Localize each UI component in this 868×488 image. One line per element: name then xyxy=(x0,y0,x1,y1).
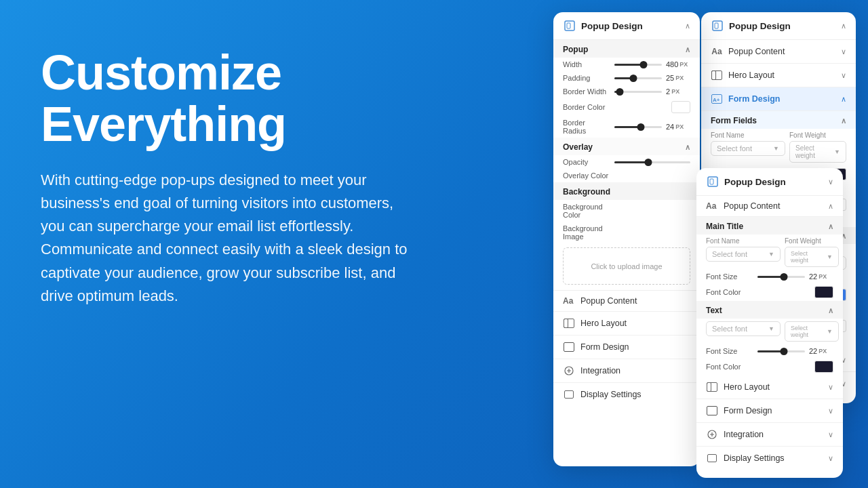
panel-mid-header[interactable]: Popup Design ∧ xyxy=(553,12,700,40)
main-title-color-row: Font Color xyxy=(696,283,843,301)
front-hero-layout[interactable]: Hero Layout ∨ xyxy=(696,375,843,399)
hero-title-line1: Customize xyxy=(41,45,281,100)
popup-section-title: Popup ∧ xyxy=(553,40,700,58)
form-design-sidebar: Form Design xyxy=(580,342,629,352)
border-radius-row: Border Radius 24 PX xyxy=(553,116,700,138)
front-form-design-chevron: ∨ xyxy=(828,407,833,415)
form-fields-title: Form Fields ∧ xyxy=(701,111,856,129)
font-weight-select[interactable]: Select weight ▼ xyxy=(789,141,846,163)
upload-box[interactable]: Click to upload image xyxy=(563,247,690,285)
overlay-label: Overlay xyxy=(563,142,593,152)
border-color-row: Border Color xyxy=(553,98,700,116)
front-integration-label: Integration xyxy=(724,430,764,439)
sidebar-integration[interactable]: Integration xyxy=(553,359,700,383)
svg-rect-18 xyxy=(707,383,711,392)
front-display-settings-label: Display Settings xyxy=(724,453,785,463)
border-width-value: 2 xyxy=(666,87,670,96)
svg-text:A+: A+ xyxy=(713,97,720,103)
main-title-size-slider[interactable] xyxy=(757,276,805,278)
form-design-icon-mid xyxy=(563,341,575,353)
hero-title: Customize Everything xyxy=(41,47,420,150)
main-title-font-select[interactable]: Select font ▼ xyxy=(706,247,781,262)
front-popup-content[interactable]: Aa Popup Content ∧ xyxy=(696,196,843,217)
bg-color-row: Background Color xyxy=(553,200,700,222)
border-radius-slider[interactable] xyxy=(614,126,662,128)
front-integration[interactable]: Integration ∨ xyxy=(696,423,843,447)
font-name-select[interactable]: Select font ▼ xyxy=(711,141,785,156)
main-title-size-value: 22 xyxy=(809,272,817,281)
border-radius-unit: PX xyxy=(675,123,684,130)
border-radius-value: 24 xyxy=(666,123,674,131)
font-weight-col-label: Font Weight xyxy=(789,131,846,139)
panel-back-header[interactable]: Popup Design ∧ xyxy=(701,12,856,40)
sidebar-form-design[interactable]: Form Design xyxy=(553,336,700,359)
border-width-slider[interactable] xyxy=(614,91,662,93)
panel-mid-chevron[interactable]: ∧ xyxy=(685,22,690,30)
panel-front-chevron[interactable]: ∨ xyxy=(828,178,833,186)
main-title-chevron: ∧ xyxy=(828,222,833,231)
popup-design-icon-front xyxy=(706,175,719,188)
hero-title-line2: Everything xyxy=(41,97,286,151)
sidebar-popup-content[interactable]: Aa Popup Content xyxy=(553,291,700,312)
front-display-settings[interactable]: Display Settings ∨ xyxy=(696,447,843,470)
text-weight-placeholder: Select weight xyxy=(791,325,827,338)
main-title-size-row: Font Size 22 PX xyxy=(696,270,843,283)
main-title-color-swatch[interactable] xyxy=(814,286,833,298)
front-hero-layout-chevron: ∨ xyxy=(828,383,833,392)
font-weight-col: Font Weight Select weight ▼ xyxy=(789,131,846,163)
opacity-slider[interactable] xyxy=(614,161,690,163)
sidebar-item-popup-content[interactable]: Aa Popup Content ∨ xyxy=(701,40,856,64)
border-width-row: Border Width 2 PX xyxy=(553,85,700,98)
panel-front-header[interactable]: Popup Design ∨ xyxy=(696,168,843,196)
text-size-value: 22 xyxy=(809,347,817,355)
front-hero-layout-label: Hero Layout xyxy=(724,382,770,392)
sidebar-item-form-design[interactable]: A+ Form Design ∧ xyxy=(701,87,856,111)
width-row: Width 480 PX xyxy=(553,58,700,71)
text-color-label: Font Color xyxy=(706,363,753,371)
svg-rect-9 xyxy=(567,23,570,28)
form-fields-label: Form Fields xyxy=(711,116,757,125)
border-radius-label: Border Radius xyxy=(563,119,610,135)
padding-slider[interactable] xyxy=(614,77,662,79)
background-section-title: Background xyxy=(553,182,700,200)
text-font-placeholder: Select font xyxy=(712,325,747,333)
display-settings-sidebar: Display Settings xyxy=(580,390,642,399)
text-font-select[interactable]: Select font ▼ xyxy=(706,321,781,336)
popup-design-icon xyxy=(711,19,724,33)
text-size-unit: PX xyxy=(818,348,827,354)
padding-unit: PX xyxy=(675,75,684,81)
front-form-design-icon xyxy=(706,405,718,417)
width-label: Width xyxy=(563,60,610,68)
sidebar-hero-layout[interactable]: Hero Layout xyxy=(553,312,700,336)
main-title-weight-select[interactable]: Select weight ▼ xyxy=(785,247,839,267)
integration-sidebar: Integration xyxy=(580,366,620,375)
svg-rect-15 xyxy=(708,177,717,186)
overlay-color-label: Overlay Color xyxy=(563,171,610,180)
panel-mid-scroll[interactable]: Popup ∧ Width 480 PX Padding 25 P xyxy=(553,40,700,464)
panel-front-title: Popup Design xyxy=(724,177,786,187)
form-fields-chevron: ∧ xyxy=(841,117,846,125)
svg-rect-19 xyxy=(707,407,717,415)
border-color-swatch[interactable] xyxy=(671,101,690,113)
panel-back-chevron[interactable]: ∧ xyxy=(841,22,846,30)
panel-mid-title: Popup Design xyxy=(581,21,643,31)
text-size-slider[interactable] xyxy=(757,350,805,352)
text-color-swatch[interactable] xyxy=(814,361,833,373)
main-title-size-label: Font Size xyxy=(706,272,753,281)
svg-rect-17 xyxy=(707,383,717,392)
front-form-design[interactable]: Form Design ∨ xyxy=(696,399,843,423)
width-slider[interactable] xyxy=(614,64,662,66)
form-design-chevron: ∧ xyxy=(841,95,846,104)
popup-section-label: Popup xyxy=(563,45,588,54)
hero-layout-icon xyxy=(711,69,723,81)
popup-content-icon-mid: Aa xyxy=(563,296,575,306)
display-icon-mid xyxy=(563,388,575,401)
padding-value: 25 xyxy=(666,74,674,82)
sidebar-item-hero-layout[interactable]: Hero Layout ∨ xyxy=(701,64,856,87)
main-title-color-label: Font Color xyxy=(706,288,753,296)
font-name-col: Font Name Select font ▼ xyxy=(711,131,785,163)
font-name-placeholder: Select font xyxy=(717,144,752,152)
text-weight-select[interactable]: Select weight ▼ xyxy=(785,321,839,342)
sidebar-display-settings[interactable]: Display Settings xyxy=(553,383,700,406)
svg-rect-1 xyxy=(715,23,718,28)
